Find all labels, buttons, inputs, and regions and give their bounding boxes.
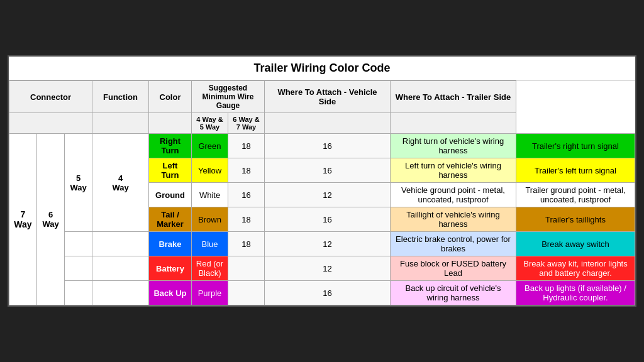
gauge-4way-cell: 18 [228,207,265,232]
connector-empty [65,256,92,281]
header-function: Function [92,81,149,113]
header-trailer-empty [391,113,516,134]
header-color-empty [149,113,192,134]
gauge-4way-cell [228,281,265,305]
gauge-4way-cell: 16 [228,183,265,207]
connector-4way-empty [92,256,149,281]
connector-empty [65,281,92,305]
connector-empty [65,232,92,256]
header-connector-empty [9,113,92,134]
gauge-4way-cell: 18 [228,158,265,183]
color-cell: Red (or Black) [192,256,228,281]
connector-4way-empty [92,281,149,305]
trailer-side-cell: Break away switch [516,232,635,256]
table-row: Back UpPurple16Back up circuit of vehicl… [9,281,635,305]
trailer-side-cell: Trailer ground point - metal, uncoated, … [516,183,635,207]
function-cell: Right Turn [149,134,192,158]
gauge-6way-cell: 16 [265,158,391,183]
header-suggested: Suggested Minimum Wire Gauge [192,81,265,113]
gauge-6way-cell: 16 [265,207,391,232]
header-vehicle: Where To Attach - Vehicle Side [265,81,391,113]
vehicle-side-cell: Back up circuit of vehicle's wiring harn… [391,281,516,305]
table-wrapper: Trailer Wiring Color Code Connector Func… [8,55,636,307]
function-cell: Brake [149,232,192,256]
header-6way: 6 Way & 7 Way [228,113,265,134]
color-cell: Green [192,134,228,158]
vehicle-side-cell: Vehicle ground point - metal, uncoated, … [391,183,516,207]
connector-4way: 4Way [92,134,149,232]
header-connector: Connector [9,81,92,113]
gauge-6way-cell: 12 [265,183,391,207]
function-cell: Tail / Marker [149,207,192,232]
header-trailer: Where To Attach - Trailer Side [391,81,516,113]
header-4way: 4 Way & 5 Way [192,113,228,134]
gauge-4way-cell: 18 [228,134,265,158]
connector-7way: 7Way [9,134,37,305]
table-row: BatteryRed (or Black)12Fuse block or FUS… [9,256,635,281]
trailer-side-cell: Trailer's right turn signal [516,134,635,158]
color-cell: Purple [192,281,228,305]
vehicle-side-cell: Right turn of vehicle's wiring harness [391,134,516,158]
wiring-table: Connector Function Color Suggested Minim… [9,80,635,305]
trailer-side-cell: Trailer's taillights [516,207,635,232]
function-cell: Battery [149,256,192,281]
gauge-6way-cell: 12 [265,256,391,281]
connector-5way: 5Way [65,134,92,232]
vehicle-side-cell: Fuse block or FUSED battery Lead [391,256,516,281]
table-row: 7Way6Way5Way4WayRight TurnGreen1816Right… [9,134,635,158]
color-cell: White [192,183,228,207]
header-function-empty [92,113,149,134]
header-vehicle-empty [265,113,391,134]
function-cell: Left Turn [149,158,192,183]
vehicle-side-cell: Taillight of vehicle's wiring harness [391,207,516,232]
table-row: BrakeBlue1812Electric brake control, pow… [9,232,635,256]
trailer-side-cell: Break away kit, interior lights and batt… [516,256,635,281]
header-row: Connector Function Color Suggested Minim… [9,81,635,113]
color-cell: Yellow [192,158,228,183]
function-cell: Back Up [149,281,192,305]
vehicle-side-cell: Left turn of vehicle's wiring harness [391,158,516,183]
header-color: Color [149,81,192,113]
gauge-6way-cell: 16 [265,281,391,305]
vehicle-side-cell: Electric brake control, power for brakes [391,232,516,256]
main-title: Trailer Wiring Color Code [9,57,635,80]
gauge-4way-cell [228,256,265,281]
trailer-side-cell: Back up lights (if available) / Hydrauli… [516,281,635,305]
color-cell: Blue [192,232,228,256]
color-cell: Brown [192,207,228,232]
subheader-row: 4 Way & 5 Way 6 Way & 7 Way [9,113,635,134]
function-cell: Ground [149,183,192,207]
gauge-4way-cell: 18 [228,232,265,256]
connector-6way: 6Way [37,134,65,305]
gauge-6way-cell: 16 [265,134,391,158]
trailer-side-cell: Trailer's left turn signal [516,158,635,183]
connector-4way-empty [92,232,149,256]
gauge-6way-cell: 12 [265,232,391,256]
